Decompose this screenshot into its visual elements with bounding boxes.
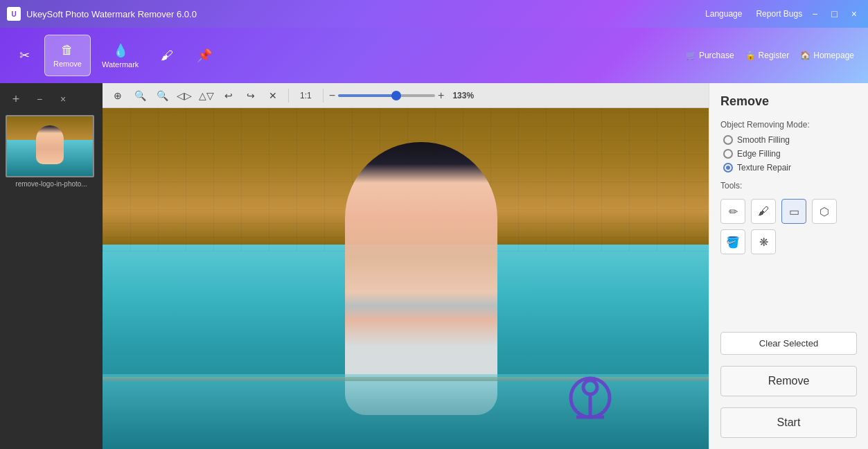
watermark-tool-label: Watermark	[102, 60, 139, 69]
sidebar-controls: + − ×	[6, 89, 97, 109]
flip-h-button[interactable]: ◁▷	[175, 86, 194, 105]
canvas-toolbar: ⊕ 🔍 🔍 ◁▷ △▽ ↩ ↪ ✕ 1:1 − + 133%	[103, 83, 709, 108]
watermark-tool-button[interactable]: 💧 Watermark	[94, 35, 147, 76]
report-bugs-link[interactable]: Report Bugs	[756, 9, 802, 19]
crop-icon: ✂	[19, 48, 30, 63]
pencil-tool-button[interactable]: ✏	[720, 199, 745, 224]
app-title: UkeySoft Photo Watermark Remover 6.0.0	[26, 9, 697, 19]
edge-filling-label: Edge Filling	[737, 149, 781, 159]
smooth-filling-label: Smooth Filling	[737, 135, 790, 145]
zoom-slider[interactable]	[338, 94, 435, 97]
homepage-button[interactable]: 🏠 Homepage	[800, 51, 854, 60]
brush-icon: 🖌	[758, 205, 769, 218]
canvas-sep-2	[323, 89, 324, 103]
app-logo: U	[7, 7, 21, 21]
undo-button[interactable]: ↩	[219, 86, 238, 105]
panel-title: Remove	[720, 94, 857, 109]
tools-grid: ✏ 🖌 ▭ ⬡ 🪣 ❋	[720, 196, 857, 257]
minimize-button[interactable]: −	[808, 7, 822, 21]
main-toolbar: ✂ 🗑 Remove 💧 Watermark 🖌 📌 🛒 Purchase 🔒 …	[0, 28, 868, 83]
remove-icon: 🗑	[61, 43, 73, 58]
maximize-button[interactable]: □	[827, 7, 841, 21]
register-button[interactable]: 🔒 Register	[745, 51, 790, 60]
clear-selected-button[interactable]: Clear Selected	[720, 332, 857, 355]
flip-v-button[interactable]: △▽	[197, 86, 216, 105]
remove-tool-button[interactable]: 🗑 Remove	[44, 35, 91, 76]
brush-tool-button[interactable]: 🖌	[150, 35, 184, 76]
picker-icon: 📌	[197, 48, 212, 63]
add-image-button[interactable]: +	[6, 89, 26, 109]
remove-button[interactable]: Remove	[720, 366, 857, 396]
lock-icon: 🔒	[745, 51, 756, 60]
zoom-slider-thumb	[391, 91, 401, 100]
sidebar-minus-button[interactable]: −	[29, 89, 50, 109]
main-area: + − × remove-logo-in-photo... ⊕ 🔍 🔍 ◁▷ △…	[0, 83, 868, 449]
sidebar-close-button[interactable]: ×	[53, 89, 73, 109]
right-panel: Remove Object Removing Mode: Smooth Fill…	[709, 83, 868, 449]
object-removing-mode-label: Object Removing Mode:	[720, 120, 857, 130]
brush-icon: 🖌	[161, 49, 173, 63]
pencil-icon: ✏	[729, 205, 738, 218]
canvas-area: ⊕ 🔍 🔍 ◁▷ △▽ ↩ ↪ ✕ 1:1 − + 133%	[103, 83, 709, 449]
edge-filling-radio[interactable]	[723, 149, 733, 159]
picker-tool-button[interactable]: 📌	[187, 35, 222, 76]
tools-section: Tools: ✏ 🖌 ▭ ⬡ 🪣 ❋	[720, 181, 857, 257]
tools-section-title: Tools:	[720, 181, 857, 191]
texture-repair-radio[interactable]	[723, 163, 733, 173]
texture-repair-option[interactable]: Texture Repair	[723, 163, 857, 173]
move-tool-button[interactable]: ⊕	[108, 86, 127, 105]
canvas-sep-1	[288, 89, 289, 103]
watermark-icon: 💧	[113, 43, 128, 58]
language-link[interactable]: Language	[705, 9, 742, 19]
home-icon: 🏠	[800, 51, 811, 60]
thumbnail-item[interactable]	[6, 115, 94, 177]
fill-icon: 🪣	[726, 236, 740, 249]
crop-tool-button[interactable]: ✂	[7, 35, 42, 76]
zoom-in-btn[interactable]: 🔍	[130, 86, 150, 105]
redo-button[interactable]: ↪	[241, 86, 260, 105]
zoom-out-btn[interactable]: 🔍	[152, 86, 172, 105]
svg-point-1	[583, 380, 597, 394]
start-button[interactable]: Start	[720, 407, 857, 438]
zoom-ratio-label: 1:1	[300, 91, 312, 100]
cancel-button[interactable]: ✕	[263, 86, 283, 105]
thumbnail-label: remove-logo-in-photo...	[6, 180, 97, 188]
pattern-tool-button[interactable]: ❋	[751, 229, 776, 254]
panel-spacer	[720, 265, 857, 324]
polygon-icon: ⬡	[820, 205, 829, 218]
cart-icon: 🛒	[686, 51, 696, 60]
texture-repair-label: Texture Repair	[737, 163, 791, 173]
purchase-button[interactable]: 🛒 Purchase	[686, 51, 734, 60]
canvas-image-area[interactable]	[103, 108, 709, 449]
brush-tool-button[interactable]: 🖌	[751, 199, 776, 224]
zoom-slider-container: − +	[329, 89, 445, 102]
object-removing-mode-section: Object Removing Mode: Smooth Filling Edg…	[720, 120, 857, 173]
smooth-filling-radio[interactable]	[723, 135, 733, 145]
close-button[interactable]: ×	[847, 7, 861, 21]
zoom-plus-button[interactable]: +	[438, 89, 444, 102]
zoom-percent-label: 133%	[452, 91, 474, 100]
title-bar: U UkeySoft Photo Watermark Remover 6.0.0…	[0, 0, 868, 28]
rect-icon: ▭	[789, 205, 799, 218]
edge-filling-option[interactable]: Edge Filling	[723, 149, 857, 159]
watermark-logo	[563, 367, 618, 422]
rect-tool-button[interactable]: ▭	[781, 199, 806, 224]
removing-mode-radio-group: Smooth Filling Edge Filling Texture Repa…	[720, 135, 857, 173]
top-nav: 🛒 Purchase 🔒 Register 🏠 Homepage	[686, 51, 854, 60]
fill-tool-button[interactable]: 🪣	[720, 229, 745, 254]
title-bar-controls: Language Report Bugs − □ ×	[697, 7, 861, 21]
zoom-minus-button[interactable]: −	[329, 89, 335, 102]
sidebar-left: + − × remove-logo-in-photo...	[0, 83, 103, 449]
smooth-filling-option[interactable]: Smooth Filling	[723, 135, 857, 145]
polygon-tool-button[interactable]: ⬡	[812, 199, 837, 224]
pattern-icon: ❋	[759, 236, 768, 249]
remove-tool-label: Remove	[53, 60, 82, 68]
